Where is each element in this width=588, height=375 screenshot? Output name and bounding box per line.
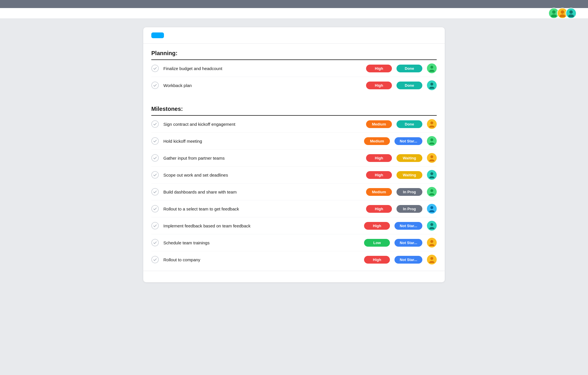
footer-divider — [143, 271, 445, 282]
status-badge: Waiting — [396, 171, 422, 179]
header — [0, 8, 588, 19]
section-header-1: Milestones: — [151, 99, 437, 116]
status-badge: In Prog — [396, 188, 422, 196]
priority-badge: Medium — [364, 137, 390, 145]
task-checkbox[interactable] — [151, 188, 159, 196]
task-name: Schedule team trainings — [163, 240, 359, 245]
task-name: Implement feedback based on team feedbac… — [163, 223, 359, 228]
svg-point-15 — [429, 159, 434, 161]
avatar — [427, 187, 437, 197]
task-name: Finalize budget and headcount — [163, 66, 361, 71]
svg-point-3 — [560, 14, 565, 17]
svg-point-13 — [429, 142, 434, 144]
table-row: Implement feedback based on team feedbac… — [151, 217, 437, 234]
table-row: Finalize budget and headcountHighDone — [151, 60, 437, 77]
section-1: Milestones:Sign contract and kickoff eng… — [143, 99, 445, 268]
avatar — [427, 63, 437, 73]
svg-point-11 — [429, 125, 434, 127]
avatar — [427, 204, 437, 214]
main-content: Planning:Finalize budget and headcountHi… — [143, 27, 445, 282]
avatar — [427, 153, 437, 163]
task-checkbox[interactable] — [151, 120, 159, 128]
svg-point-8 — [430, 83, 433, 86]
task-checkbox[interactable] — [151, 82, 159, 89]
svg-point-19 — [429, 193, 434, 195]
svg-point-9 — [429, 87, 434, 89]
task-name: Gather input from partner teams — [163, 156, 361, 161]
task-checkbox[interactable] — [151, 222, 159, 229]
svg-point-7 — [429, 70, 434, 72]
task-name: Scope out work and set deadlines — [163, 173, 361, 177]
table-row: Rollout to companyHighNot Star... — [151, 251, 437, 268]
task-checkbox[interactable] — [151, 205, 159, 212]
avatar — [427, 255, 437, 264]
task-name: Sign contract and kickoff engagement — [163, 122, 361, 127]
avatar — [427, 119, 437, 129]
priority-badge: High — [366, 171, 392, 179]
task-checkbox[interactable] — [151, 154, 159, 162]
svg-point-5 — [568, 14, 574, 17]
section-header-0: Planning: — [151, 44, 437, 60]
section-0: Planning:Finalize budget and headcountHi… — [143, 44, 445, 94]
status-badge: In Prog — [396, 205, 422, 213]
svg-point-10 — [430, 121, 433, 124]
avatar — [427, 80, 437, 90]
svg-point-21 — [429, 210, 434, 212]
svg-point-0 — [552, 10, 556, 14]
svg-point-4 — [569, 10, 573, 14]
svg-point-1 — [551, 14, 557, 17]
status-badge: Not Star... — [394, 222, 422, 230]
task-name: Hold kickoff meeting — [163, 139, 359, 144]
priority-badge: Medium — [366, 120, 392, 128]
table-row: Sign contract and kickoff engagementMedi… — [151, 116, 437, 133]
task-checkbox[interactable] — [151, 256, 159, 263]
sections-container: Planning:Finalize budget and headcountHi… — [143, 44, 445, 268]
svg-point-16 — [430, 172, 433, 175]
svg-point-17 — [429, 176, 434, 178]
task-checkbox[interactable] — [151, 137, 159, 145]
svg-point-14 — [430, 155, 433, 158]
table-row: Workback planHighDone — [151, 77, 437, 94]
svg-point-27 — [429, 261, 434, 263]
priority-badge: High — [366, 82, 392, 89]
task-checkbox[interactable] — [151, 65, 159, 72]
status-badge: Not Star... — [394, 256, 422, 264]
priority-badge: Medium — [366, 188, 392, 196]
task-checkbox[interactable] — [151, 239, 159, 246]
svg-point-2 — [561, 10, 564, 14]
avatar — [427, 170, 437, 180]
table-row: Schedule team trainingsLowNot Star... — [151, 234, 437, 251]
priority-badge: High — [366, 65, 392, 72]
table-row: Scope out work and set deadlinesHighWait… — [151, 167, 437, 183]
svg-point-6 — [430, 66, 433, 69]
svg-point-23 — [429, 227, 434, 229]
priority-badge: High — [366, 205, 392, 213]
status-badge: Waiting — [396, 154, 422, 162]
priority-badge: Low — [364, 239, 390, 247]
svg-point-20 — [430, 206, 433, 209]
add-task-button[interactable] — [151, 32, 164, 38]
avatar — [427, 221, 437, 231]
task-name: Workback plan — [163, 83, 361, 88]
svg-point-22 — [430, 223, 433, 226]
avatar — [427, 238, 437, 248]
status-badge: Not Star... — [394, 137, 422, 145]
priority-badge: High — [366, 154, 392, 162]
avatar — [427, 136, 437, 146]
status-badge: Done — [396, 65, 422, 72]
svg-point-24 — [430, 240, 433, 243]
task-name: Rollout to a select team to get feedback — [163, 206, 361, 211]
svg-point-12 — [430, 138, 433, 141]
task-checkbox[interactable] — [151, 171, 159, 179]
priority-badge: High — [364, 222, 390, 230]
table-row: Build dashboards and share with teamMedi… — [151, 183, 437, 200]
svg-point-25 — [429, 244, 434, 246]
toolbar — [143, 27, 445, 44]
status-badge: Not Star... — [394, 239, 422, 247]
priority-badge: High — [364, 256, 390, 264]
task-name: Rollout to company — [163, 257, 359, 262]
svg-point-18 — [430, 189, 433, 192]
section-spacer — [143, 94, 445, 99]
avatar-3 — [566, 8, 577, 19]
svg-point-26 — [430, 257, 433, 260]
